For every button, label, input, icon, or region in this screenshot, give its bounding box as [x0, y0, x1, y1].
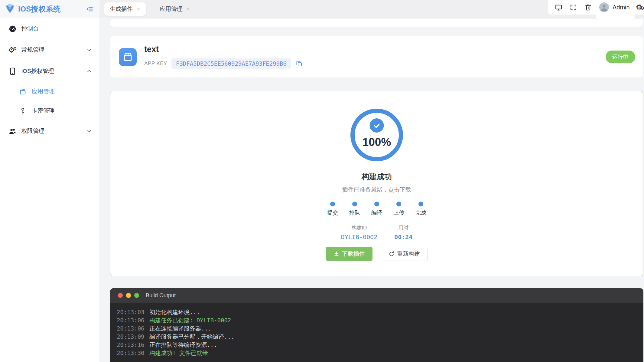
app-title: IOS授权系统 — [18, 4, 85, 14]
tab-generate-plugin[interactable]: 生成插件 — [104, 2, 146, 16]
rebuild-label: 重新构建 — [397, 250, 420, 258]
progress-ring: 100% — [350, 109, 403, 161]
key-icon — [19, 107, 27, 115]
duration-label: 用时 — [398, 224, 408, 231]
terminal-log: 20:13:03 初始化构建环境... 20:13:06 构建任务已创建: DY… — [110, 303, 643, 362]
build-result-card: 100% 构建成功 插件已准备就绪，点击下载 提交 排队 编译 上传 完成 构建… — [110, 91, 643, 276]
terminal-title: Build Output — [146, 292, 176, 299]
duration-value: 00:24 — [394, 233, 412, 241]
duration-group: 用时 00:24 — [394, 224, 412, 241]
chevron-down-icon — [86, 47, 92, 53]
collapse-sidebar-icon[interactable] — [85, 5, 94, 14]
step-dot — [352, 202, 357, 206]
step-dot — [374, 202, 379, 206]
build-steps: 提交 排队 编译 上传 完成 — [326, 202, 428, 216]
copy-icon[interactable] — [295, 60, 303, 67]
step-dot — [396, 202, 401, 206]
download-plugin-button[interactable]: 下载插件 — [326, 247, 372, 261]
download-icon — [333, 251, 340, 257]
build-meta: 构建ID DYLIB-0002 用时 00:24 — [341, 224, 413, 241]
sidebar-item-card-key-management[interactable]: 卡密管理 — [0, 101, 99, 120]
username-label[interactable]: Admin — [613, 4, 630, 11]
sidebar-item-label: 应用管理 — [32, 87, 92, 95]
sidebar-header: IOS授权系统 — [0, 0, 99, 18]
step-compile: 编译 — [370, 202, 383, 216]
dashboard-icon — [8, 25, 17, 33]
sidebar-item-label: 常规管理 — [21, 46, 86, 54]
close-light-icon — [118, 293, 123, 298]
build-id-value: DYLIB-0002 — [341, 233, 377, 241]
log-line: 20:13:03 初始化构建环境... — [117, 308, 637, 316]
build-id-label: 构建ID — [351, 224, 367, 231]
app-key-value: F3DFA5DB2C5EE560929AE7A93FE299B6 — [171, 58, 291, 69]
avatar[interactable] — [599, 2, 609, 12]
build-status-title: 构建成功 — [362, 172, 392, 182]
trash-icon[interactable] — [584, 4, 592, 11]
sidebar-item-label: 卡密管理 — [32, 107, 92, 115]
log-line: 20:13:16 正在排队等待编译资源... — [117, 341, 637, 349]
sidebar-item-dashboard[interactable]: 控制台 — [0, 18, 99, 39]
log-line: 20:13:06 构建任务已创建: DYLIB-0002 — [117, 316, 637, 324]
refresh-icon — [389, 251, 395, 257]
build-id-group: 构建ID DYLIB-0002 — [341, 224, 377, 241]
step-queue: 排队 — [348, 202, 361, 216]
step-submit: 提交 — [326, 202, 339, 216]
maximize-light-icon — [134, 293, 139, 298]
check-circle-icon — [370, 118, 384, 133]
app-logo-icon — [4, 3, 16, 15]
sidebar-item-permission-management[interactable]: 权限管理 — [0, 120, 99, 142]
build-output-terminal: Build Output 20:13:03 初始化构建环境... 20:13:0… — [110, 288, 643, 362]
toolbar: Admin ⚙⚙ — [548, 0, 644, 15]
scrolled-card-edge — [110, 19, 643, 27]
sidebar-item-general-management[interactable]: ⚙⚙ 常规管理 — [0, 39, 99, 61]
app-package-icon — [119, 48, 137, 66]
sidebar-item-label: iOS授权管理 — [21, 67, 86, 75]
sidebar: IOS授权系统 控制台 ⚙⚙ 常规管理 — [0, 0, 100, 362]
tab-label: 生成插件 — [110, 5, 133, 13]
terminal-header: Build Output — [110, 288, 643, 303]
close-icon[interactable] — [186, 7, 190, 11]
gears-icon: ⚙⚙ — [8, 46, 17, 54]
sidebar-nav: 控制台 ⚙⚙ 常规管理 iOS授权管理 — [0, 18, 99, 142]
log-line: 20:13:09 编译服务器已分配，开始编译... — [117, 333, 637, 341]
sidebar-item-app-management[interactable]: 应用管理 — [0, 82, 99, 101]
step-finish: 完成 — [414, 202, 428, 216]
app-info: text APP KEY F3DFA5DB2C5EE560929AE7A93FE… — [144, 45, 606, 69]
settings-gears-icon[interactable]: ⚙⚙ — [636, 4, 644, 11]
close-icon[interactable] — [136, 7, 141, 11]
tab-app-management[interactable]: 应用管理 — [154, 2, 196, 16]
log-line: 20:13:30 构建成功! 文件已就绪 — [117, 349, 637, 357]
package-icon — [19, 87, 27, 96]
app-name: text — [144, 45, 606, 54]
rebuild-button[interactable]: 重新构建 — [381, 247, 428, 261]
build-status-subtitle: 插件已准备就绪，点击下载 — [342, 186, 411, 194]
app-info-card: text APP KEY F3DFA5DB2C5EE560929AE7A93FE… — [110, 36, 643, 77]
app-key-label: APP KEY — [144, 61, 167, 67]
log-line: 20:13:06 正在连接编译服务器... — [117, 324, 637, 333]
sidebar-item-label: 权限管理 — [21, 127, 86, 135]
tab-label: 应用管理 — [160, 5, 183, 13]
step-dot — [418, 202, 423, 206]
step-upload: 上传 — [392, 202, 405, 216]
progress-percent: 100% — [355, 136, 399, 149]
download-plugin-label: 下载插件 — [342, 250, 365, 258]
chevron-up-icon — [86, 68, 92, 74]
traffic-lights — [118, 293, 139, 298]
minimize-light-icon — [126, 293, 131, 298]
sidebar-item-ios-auth-management[interactable]: iOS授权管理 — [0, 61, 99, 82]
monitor-icon[interactable] — [555, 4, 562, 11]
chevron-down-icon — [86, 128, 92, 134]
step-dot — [330, 202, 335, 206]
tablet-icon — [8, 67, 17, 75]
users-icon — [8, 127, 17, 135]
build-actions: 下载插件 重新构建 — [326, 247, 428, 261]
status-badge: 运行中 — [606, 51, 635, 63]
sidebar-item-label: 控制台 — [21, 25, 92, 33]
fullscreen-icon[interactable] — [570, 4, 577, 11]
